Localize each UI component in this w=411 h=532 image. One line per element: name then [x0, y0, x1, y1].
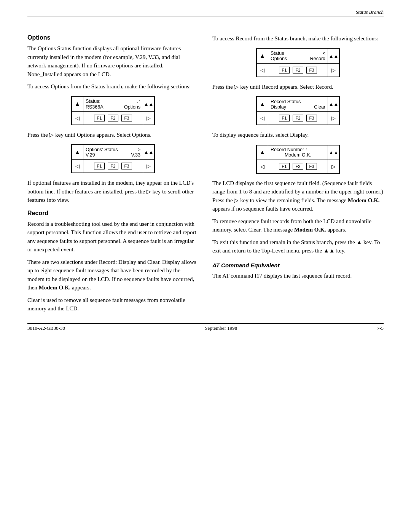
footer-center: September 1998 — [205, 325, 237, 331]
lcd5-upup-btn[interactable]: ▲▲ — [328, 145, 339, 160]
lcd2-f-buttons: F1 F2 F3 — [83, 163, 143, 169]
record-p2: There are two selections under Record: D… — [27, 258, 199, 292]
right-p3: To exit this function and remain in the … — [212, 238, 384, 255]
lcd-box-3: ▲ Status< OptionsRecord ▲▲ ◁ F1 F2 F3 ▷ — [256, 48, 340, 77]
lcd1-screen: Status:⇌ RS366AOptions — [83, 97, 143, 111]
lcd4-f-buttons: F1 F2 F3 — [268, 115, 328, 121]
right-p1-bold: Modem O.K. — [348, 197, 380, 203]
right-column: To access Record from the Status branch,… — [212, 34, 384, 317]
record-p3: Clear is used to remove all sequence fau… — [27, 296, 199, 313]
lcd3-f-buttons: F1 F2 F3 — [268, 67, 328, 73]
lcd4-f2-btn[interactable]: F2 — [293, 115, 303, 121]
footer-right: 7-5 — [377, 325, 384, 331]
lcd2-fwd-btn[interactable]: ▷ — [143, 160, 154, 173]
lcd3-up-btn[interactable]: ▲ — [257, 49, 268, 63]
lcd5-f-buttons: F1 F2 F3 — [268, 163, 328, 170]
lcd2-up-btn[interactable]: ▲ — [72, 145, 83, 159]
lcd2-f3-btn[interactable]: F3 — [121, 163, 132, 169]
lcd3-upup-btn[interactable]: ▲▲ — [328, 49, 339, 63]
lcd3-f3-btn[interactable]: F3 — [306, 67, 317, 73]
lcd4-f1-btn[interactable]: F1 — [279, 115, 290, 121]
lcd5-f3-btn[interactable]: F3 — [306, 163, 317, 170]
footer-left: 3810-A2-GB30-30 — [27, 325, 65, 331]
right-intro: To access Record from the Status branch,… — [212, 34, 384, 43]
lcd3-line2: OptionsRecord — [271, 56, 325, 61]
lcd5-up-btn[interactable]: ▲ — [257, 145, 268, 160]
options-p3: Press the ▷ key until Options appears. S… — [27, 131, 199, 139]
record-p2-bold: Modem O.K. — [39, 284, 71, 291]
lcd4-up-btn[interactable]: ▲ — [257, 97, 268, 111]
lcd5-f2-btn[interactable]: F2 — [293, 163, 303, 170]
options-heading: Options — [27, 34, 199, 41]
lcd4-upup-btn[interactable]: ▲▲ — [328, 97, 339, 111]
lcd-box-4: ▲ Record Status DisplayClear ▲▲ ◁ F1 F2 … — [256, 96, 340, 125]
lcd4-line1: Record Status — [271, 99, 325, 104]
lcd4-f3-btn[interactable]: F3 — [306, 115, 317, 121]
lcd4-fwd-btn[interactable]: ▷ — [328, 112, 339, 125]
lcd2-screen: Options' Status> V.29V.33 — [83, 146, 143, 159]
record-heading: Record — [27, 210, 199, 217]
lcd2-f1-btn[interactable]: F1 — [94, 163, 105, 169]
lcd-box-1: ▲ Status:⇌ RS366AOptions ▲▲ ◁ F1 F2 F3 ▷ — [71, 96, 155, 125]
options-p4: If optional features are installed in th… — [27, 179, 199, 204]
options-p2: To access Options from the Status branch… — [27, 82, 199, 91]
lcd1-f3-btn[interactable]: F3 — [121, 115, 132, 121]
lcd1-line2: RS366AOptions — [86, 104, 140, 110]
section-title: Status Branch — [356, 9, 384, 15]
lcd3-back-btn[interactable]: ◁ — [257, 64, 268, 77]
header-rule — [27, 16, 384, 16]
lcd1-f1-btn[interactable]: F1 — [94, 115, 105, 121]
lcd1-back-btn[interactable]: ◁ — [72, 112, 83, 125]
lcd4-back-btn[interactable]: ◁ — [257, 112, 268, 125]
lcd3-screen: Status< OptionsRecord — [268, 50, 328, 62]
record-p1: Record is a troubleshooting tool used by… — [27, 220, 199, 254]
options-p1: The Options Status function displays all… — [27, 44, 199, 78]
at-heading: AT Command Equivalent — [212, 262, 384, 268]
lcd5-line2: Modem O.K. — [271, 152, 325, 158]
left-column: Options The Options Status function disp… — [27, 34, 199, 317]
lcd3-line1: Status< — [271, 51, 325, 56]
lcd1-line1: Status:⇌ — [86, 99, 140, 104]
lcd-box-2: ▲ Options' Status> V.29V.33 ▲▲ ◁ F1 F2 F… — [71, 144, 155, 173]
footer-rule — [27, 323, 384, 324]
lcd2-f2-btn[interactable]: F2 — [108, 163, 118, 169]
lcd5-screen: Record Number 1 Modem O.K. — [268, 146, 328, 159]
right-p2: To remove sequence fault records from bo… — [212, 217, 384, 234]
lcd3-f1-btn[interactable]: F1 — [279, 67, 290, 73]
lcd1-up-btn[interactable]: ▲ — [72, 97, 83, 111]
lcd1-fwd-btn[interactable]: ▷ — [143, 112, 154, 125]
lcd5-f1-btn[interactable]: F1 — [279, 163, 290, 170]
lcd2-upup-btn[interactable]: ▲▲ — [143, 145, 154, 159]
lcd2-line2: V.29V.33 — [86, 152, 140, 158]
p-after-lcd3: Press the ▷ key until Record appears. Se… — [212, 83, 384, 91]
lcd5-line1: Record Number 1 — [271, 147, 325, 152]
lcd4-screen: Record Status DisplayClear — [268, 98, 328, 111]
footer: 3810-A2-GB30-30 September 1998 7-5 — [27, 325, 384, 331]
lcd2-line1: Options' Status> — [86, 147, 140, 152]
right-p1: The LCD displays the first sequence faul… — [212, 179, 384, 213]
lcd-box-5: ▲ Record Number 1 Modem O.K. ▲▲ ◁ F1 F2 … — [256, 145, 340, 174]
right-p2-bold: Modem O.K. — [294, 227, 326, 233]
at-p1: The AT command I17 displays the last seq… — [212, 272, 384, 280]
lcd4-line2: DisplayClear — [271, 104, 325, 110]
lcd1-f-buttons: F1 F2 F3 — [83, 115, 143, 121]
lcd1-upup-btn[interactable]: ▲▲ — [143, 97, 154, 111]
lcd2-back-btn[interactable]: ◁ — [72, 160, 83, 173]
lcd1-f2-btn[interactable]: F2 — [108, 115, 118, 121]
p-after-lcd4: To display sequence faults, select Displ… — [212, 131, 384, 139]
lcd3-f2-btn[interactable]: F2 — [293, 67, 303, 73]
lcd5-fwd-btn[interactable]: ▷ — [328, 160, 339, 173]
lcd3-fwd-btn[interactable]: ▷ — [328, 64, 339, 77]
lcd5-back-btn[interactable]: ◁ — [257, 160, 268, 173]
